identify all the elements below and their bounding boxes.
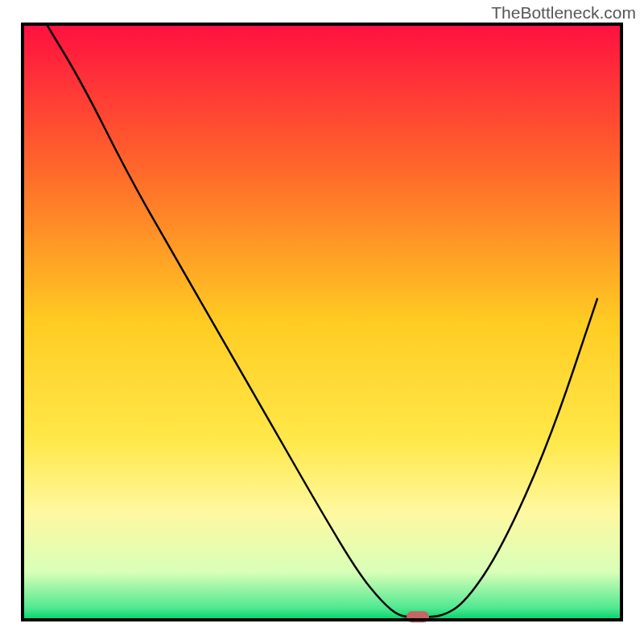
chart-container: TheBottleneck.com (0, 0, 644, 644)
gradient-background (23, 24, 621, 620)
bottleneck-chart (0, 0, 644, 644)
watermark-text: TheBottleneck.com (491, 3, 636, 23)
